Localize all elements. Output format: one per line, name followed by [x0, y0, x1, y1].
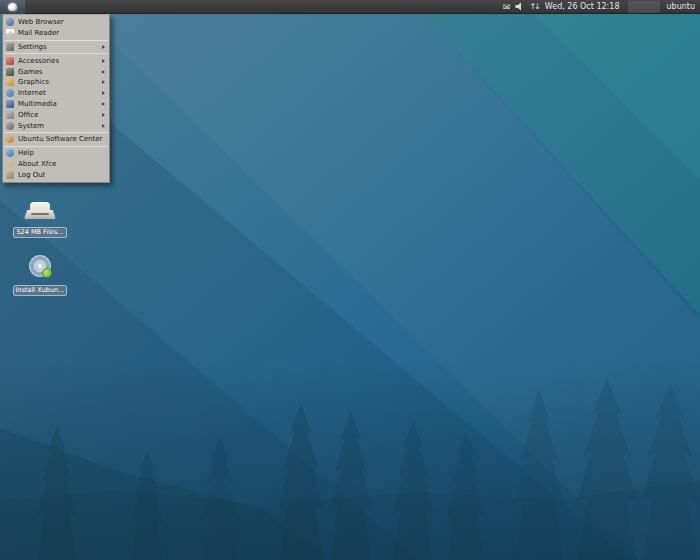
menu-item-web-browser[interactable]: Web Browser	[3, 17, 109, 28]
web-browser-icon	[6, 18, 14, 26]
software-center-icon	[6, 135, 14, 143]
log-out-icon	[6, 171, 14, 179]
menu-item-label: About Xfce	[18, 160, 56, 168]
menu-separator	[4, 146, 108, 147]
menu-item-games[interactable]: Games	[3, 66, 109, 77]
menu-item-label: Multimedia	[18, 100, 57, 108]
submenu-arrow-icon	[102, 80, 105, 84]
system-icon	[6, 122, 14, 130]
graphics-icon	[6, 78, 14, 86]
accessories-icon	[6, 57, 14, 65]
mail-indicator-icon[interactable]: ✉	[503, 0, 511, 14]
menu-item-internet[interactable]: Internet	[3, 88, 109, 99]
multimedia-icon	[6, 100, 14, 108]
applications-menu-button[interactable]	[0, 0, 25, 14]
about-xfce-icon	[6, 160, 14, 168]
menu-item-label: Log Out	[18, 171, 45, 179]
menu-item-system[interactable]: System	[3, 120, 109, 131]
session-indicator[interactable]	[628, 1, 660, 13]
menu-item-multimedia[interactable]: Multimedia	[3, 99, 109, 110]
menu-separator	[4, 53, 108, 54]
menu-item-mail-reader[interactable]: Mail Reader	[3, 28, 109, 39]
menu-item-accessories[interactable]: Accessories	[3, 55, 109, 66]
submenu-arrow-icon	[102, 70, 105, 74]
mail-reader-icon	[6, 29, 14, 37]
settings-icon	[6, 43, 14, 51]
menu-separator	[4, 132, 108, 133]
submenu-arrow-icon	[102, 91, 105, 95]
username-label[interactable]: ubuntu	[667, 2, 696, 11]
cdrom-icon	[29, 255, 51, 277]
menu-item-label: Graphics	[18, 78, 49, 86]
menu-item-label: Mail Reader	[18, 29, 59, 37]
menu-item-label: Web Browser	[18, 18, 64, 26]
clock[interactable]: Wed, 26 Oct 12:18	[545, 2, 620, 11]
submenu-arrow-icon	[102, 124, 105, 128]
desktop-icon-label: Install Xubun...	[13, 285, 68, 296]
xfce-mouse-icon	[8, 3, 17, 11]
removable-drive-icon	[8, 197, 72, 219]
desktop-icon-install-xubuntu[interactable]: Install Xubun...	[8, 255, 72, 296]
system-tray: ✉ ↑↓ Wed, 26 Oct 12:18 ubuntu	[503, 0, 700, 14]
menu-item-ubuntu-software-center[interactable]: Ubuntu Software Center	[3, 134, 109, 145]
menu-item-label: Settings	[18, 43, 47, 51]
menu-item-label: Games	[18, 68, 43, 76]
office-icon	[6, 111, 14, 119]
menu-item-label: Internet	[18, 89, 46, 97]
menu-item-settings[interactable]: Settings	[3, 42, 109, 53]
submenu-arrow-icon	[102, 113, 105, 117]
drive-base-shape	[24, 210, 56, 219]
desktop-icon-label: 524 MB Files...	[13, 227, 66, 238]
menu-item-about-xfce[interactable]: About Xfce	[3, 159, 109, 170]
menu-item-label: System	[18, 122, 44, 130]
internet-icon	[6, 89, 14, 97]
menu-separator	[4, 40, 108, 41]
submenu-arrow-icon	[102, 102, 105, 106]
submenu-arrow-icon	[102, 59, 105, 63]
help-icon	[6, 149, 14, 157]
menu-item-help[interactable]: Help	[3, 148, 109, 159]
network-updown-icon[interactable]: ↑↓	[529, 2, 538, 11]
menu-item-label: Accessories	[18, 57, 59, 65]
menu-item-graphics[interactable]: Graphics	[3, 77, 109, 88]
menu-item-office[interactable]: Office	[3, 109, 109, 120]
submenu-arrow-icon	[102, 45, 105, 49]
menu-item-log-out[interactable]: Log Out	[3, 169, 109, 180]
top-panel: ✉ ↑↓ Wed, 26 Oct 12:18 ubuntu	[0, 0, 700, 14]
menu-item-label: Ubuntu Software Center	[18, 135, 103, 143]
volume-icon[interactable]	[515, 3, 523, 11]
menu-item-label: Help	[18, 149, 34, 157]
desktop-icon-524mb-files[interactable]: 524 MB Files...	[8, 197, 72, 238]
menu-item-label: Office	[18, 111, 38, 119]
applications-menu: Web BrowserMail ReaderSettingsAccessorie…	[2, 14, 110, 183]
games-icon	[6, 68, 14, 76]
